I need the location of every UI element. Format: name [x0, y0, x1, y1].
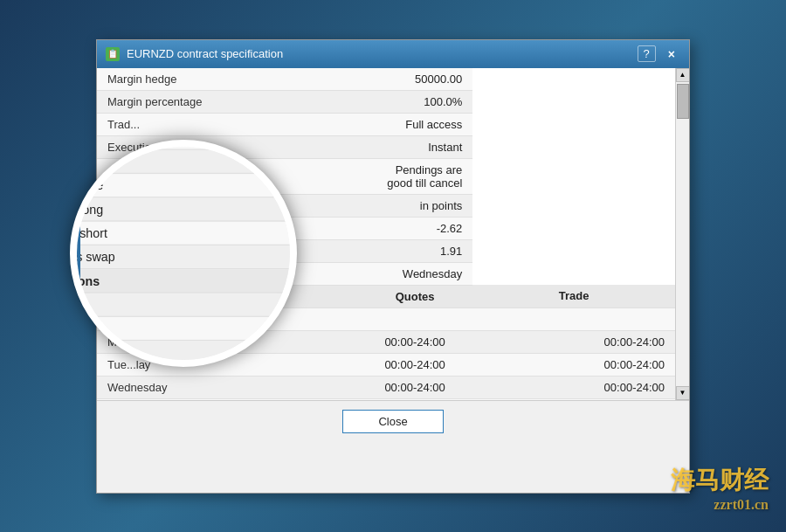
row-label: Margin hedge	[97, 68, 357, 91]
row-value: Wednesday	[357, 262, 472, 285]
title-bar: EURNZD contract specification ? ×	[97, 40, 689, 68]
mag-label: GTC mode	[70, 149, 297, 173]
scrollbar-up-button[interactable]: ▲	[676, 68, 690, 82]
mag-sessions-label: Sessions	[70, 269, 297, 293]
mag-row: Swap long	[70, 197, 297, 221]
dialog-icon	[106, 47, 120, 61]
row-value: Full access	[357, 113, 472, 135]
close-button[interactable]: Close	[342, 410, 443, 433]
row-value: -2.62	[357, 217, 472, 239]
scrollbar[interactable]: ▲ ▼	[675, 68, 689, 400]
magnifier-content: Execution GTC mode Swap type Swap long S…	[70, 140, 297, 367]
help-button[interactable]: ?	[638, 45, 656, 62]
row-trade: 00:00-24:00	[472, 398, 675, 400]
mag-label: Swap short	[70, 221, 297, 245]
row-value: 50000.00	[357, 68, 472, 91]
table-row: Trad... Full access	[97, 113, 675, 135]
mag-label: 3-days swap	[70, 245, 297, 268]
title-controls: ? ×	[638, 45, 680, 62]
mag-row: Swap type	[70, 173, 297, 197]
table-row: Margin hedge 50000.00	[97, 68, 675, 91]
scrollbar-down-button[interactable]: ▼	[676, 386, 690, 400]
magnifier-overlay: Execution GTC mode Swap type Swap long S…	[70, 140, 297, 367]
quotes-label: Quotes	[357, 285, 472, 307]
row-value: in points	[357, 194, 472, 217]
row-trade: 00:00-24:00	[472, 376, 675, 398]
mag-sessions-header: Sessions	[70, 269, 297, 293]
row-value: 100.0%	[357, 90, 472, 113]
watermark-line2: zzrt01.cn	[671, 496, 769, 515]
trade-label: Trade	[472, 285, 675, 307]
row-quotes: 00:00-24:00	[357, 330, 472, 353]
row-label: Margin percentage	[97, 90, 357, 113]
mag-label: Swap type	[70, 173, 297, 197]
row-value: Pendings are good till cancel	[357, 158, 472, 194]
dialog-title: EURNZD contract specification	[127, 47, 283, 60]
mag-row: Monday	[70, 316, 297, 340]
row-trade: 00:00-24:00	[472, 330, 675, 353]
row-quotes	[357, 307, 472, 330]
row-value: Instant	[357, 135, 472, 158]
row-trade: 00:00-24:00	[472, 353, 675, 376]
scrollbar-thumb[interactable]	[677, 84, 689, 119]
row-quotes: 00:00-24:00	[357, 353, 472, 376]
mag-label: Monday	[70, 316, 297, 340]
row-quotes: 00:00-24:00	[357, 376, 472, 398]
mag-label: Sunday	[70, 293, 297, 316]
mag-row: GTC mode	[70, 149, 297, 173]
table-row: Thursday 00:00-24:00 00:00-24:00	[97, 398, 675, 400]
mag-row: Swap short	[70, 221, 297, 245]
mag-table: Execution GTC mode Swap type Swap long S…	[70, 140, 297, 365]
row-label: Wednesday	[97, 376, 357, 398]
table-row: Margin percentage 100.0%	[97, 90, 675, 113]
row-trade	[472, 307, 675, 330]
row-value: 1.91	[357, 239, 472, 262]
row-label: Trad...	[97, 113, 357, 135]
mag-row: Sunday	[70, 293, 297, 316]
close-icon[interactable]: ×	[663, 46, 680, 62]
row-label: Thursday	[97, 398, 357, 400]
row-quotes: 00:00-24:00	[357, 398, 472, 400]
title-bar-left: EURNZD contract specification	[106, 47, 283, 61]
mag-label: Swap long	[70, 197, 297, 221]
dialog-footer: Close	[97, 400, 689, 442]
table-row: Wednesday 00:00-24:00 00:00-24:00	[97, 376, 675, 398]
mag-row: 3-days swap	[70, 245, 297, 268]
